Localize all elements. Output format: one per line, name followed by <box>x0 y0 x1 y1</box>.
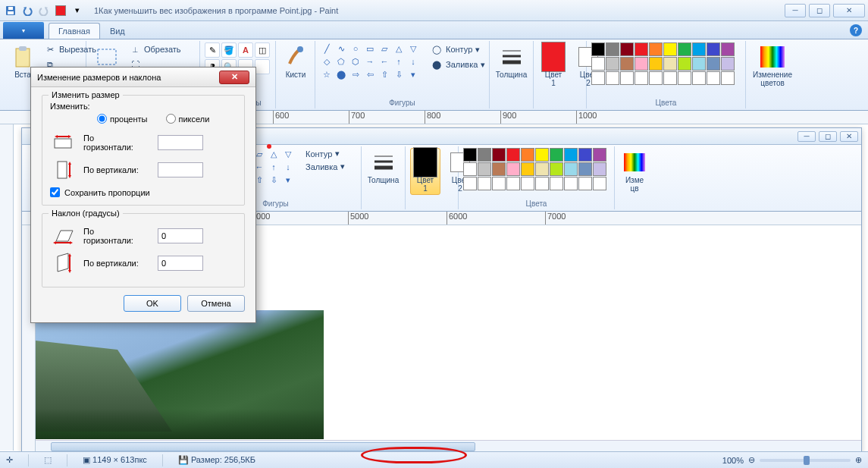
color-swatch[interactable] <box>535 148 549 162</box>
color-swatch-empty[interactable] <box>550 177 563 190</box>
color-swatch[interactable] <box>692 57 706 71</box>
color-swatch[interactable] <box>721 42 735 56</box>
qat-color-swatch[interactable] <box>53 3 68 18</box>
radio-pixels[interactable]: пиксели <box>166 114 210 124</box>
color-swatch-empty[interactable] <box>721 71 735 85</box>
color-swatch-empty[interactable] <box>678 71 691 85</box>
resize-vertical-input[interactable] <box>158 162 203 177</box>
color-swatch-empty[interactable] <box>478 177 491 190</box>
color-swatch[interactable] <box>678 42 691 56</box>
color-swatch[interactable] <box>620 57 634 71</box>
color-swatch[interactable] <box>492 148 506 162</box>
fill-button[interactable]: ⬤Заливка ▾ <box>428 58 488 71</box>
color-swatch[interactable] <box>721 57 735 71</box>
color-swatch[interactable] <box>620 42 634 56</box>
radio-percent[interactable]: проценты <box>97 114 148 124</box>
color-swatch-empty[interactable] <box>593 177 606 190</box>
zoom-in-button[interactable]: ⊕ <box>855 455 862 465</box>
zoom-slider[interactable] <box>760 459 851 462</box>
nested-color1-button[interactable]: Цвет 1 <box>410 148 440 195</box>
nested-edit-colors-button[interactable]: Изме цв <box>619 148 650 195</box>
color-swatch[interactable] <box>550 162 563 176</box>
color1-button[interactable]: Цвет 1 <box>538 42 569 90</box>
color-swatch-empty[interactable] <box>649 71 663 85</box>
color-swatch[interactable] <box>492 162 506 176</box>
color-swatch[interactable] <box>578 162 592 176</box>
edit-colors-button[interactable]: Изменение цветов <box>750 42 794 90</box>
nested-fill-button[interactable]: Заливка ▾ <box>302 161 348 172</box>
skew-vertical-input[interactable] <box>158 256 203 271</box>
close-button[interactable]: ✕ <box>833 4 865 17</box>
color-swatch-empty[interactable] <box>620 71 634 85</box>
tab-view[interactable]: Вид <box>100 23 135 39</box>
outline-button[interactable]: ◯Контур ▾ <box>428 42 488 56</box>
color-swatch-empty[interactable] <box>606 71 619 85</box>
brushes-button[interactable]: Кисти <box>280 42 311 81</box>
color-swatch[interactable] <box>550 148 563 162</box>
color-swatch-empty[interactable] <box>564 177 578 190</box>
color-swatch[interactable] <box>564 148 578 162</box>
color-swatch[interactable] <box>535 162 549 176</box>
color-swatch[interactable] <box>707 42 720 56</box>
color-swatch-empty[interactable] <box>463 177 477 190</box>
dialog-close-button[interactable]: ✕ <box>219 71 249 84</box>
color-swatch[interactable] <box>506 148 520 162</box>
color-swatch[interactable] <box>707 57 720 71</box>
zoom-out-button[interactable]: ⊖ <box>748 455 755 465</box>
color-swatch[interactable] <box>635 42 648 56</box>
color-swatch[interactable] <box>593 148 606 162</box>
color-swatch[interactable] <box>678 57 691 71</box>
undo-icon[interactable] <box>20 3 35 18</box>
color-swatch-empty[interactable] <box>663 71 677 85</box>
nested-minimize-button[interactable]: ─ <box>797 131 816 142</box>
color-swatch[interactable] <box>506 162 520 176</box>
color-swatch[interactable] <box>606 42 619 56</box>
skew-horizontal-input[interactable] <box>158 228 203 243</box>
ok-button[interactable]: OK <box>124 295 181 312</box>
canvas[interactable] <box>36 310 861 439</box>
color-swatch[interactable] <box>478 162 491 176</box>
keep-ratio-checkbox[interactable] <box>50 187 60 197</box>
color-swatch[interactable] <box>593 162 606 176</box>
file-menu-button[interactable]: ▾ <box>3 22 44 39</box>
text-tool[interactable]: A <box>238 42 253 58</box>
color-swatch[interactable] <box>578 148 592 162</box>
color-swatch[interactable] <box>663 57 677 71</box>
pencil-tool[interactable]: ✎ <box>205 42 220 58</box>
save-icon[interactable] <box>3 3 18 18</box>
nested-maximize-button[interactable]: ◻ <box>819 131 837 142</box>
color-swatch[interactable] <box>649 57 663 71</box>
color-swatch-empty[interactable] <box>635 71 648 85</box>
nested-outline-button[interactable]: Контур ▾ <box>302 148 348 159</box>
color-swatch[interactable] <box>591 42 605 56</box>
minimize-button[interactable]: ─ <box>785 4 806 17</box>
color-swatch[interactable] <box>521 162 534 176</box>
color-swatch[interactable] <box>478 148 491 162</box>
color-swatch-empty[interactable] <box>535 177 549 190</box>
redo-icon[interactable] <box>36 3 52 18</box>
scroll-thumb[interactable] <box>51 442 475 451</box>
color-swatch[interactable] <box>564 162 578 176</box>
crop-button[interactable]: ⟂Обрезать <box>126 42 184 56</box>
color-swatch-empty[interactable] <box>692 71 706 85</box>
color-swatch-empty[interactable] <box>707 71 720 85</box>
color-swatch-empty[interactable] <box>521 177 534 190</box>
nested-color-palette[interactable] <box>463 148 606 190</box>
maximize-button[interactable]: ◻ <box>809 4 830 17</box>
color-swatch-empty[interactable] <box>492 177 506 190</box>
nested-thickness-button[interactable]: Толщина <box>366 148 400 187</box>
fill-tool[interactable]: 🪣 <box>221 42 237 58</box>
thickness-button[interactable]: Толщина <box>494 42 528 81</box>
color-swatch[interactable] <box>606 57 619 71</box>
color-swatch[interactable] <box>635 57 648 71</box>
color-swatch[interactable] <box>663 42 677 56</box>
nested-close-button[interactable]: ✕ <box>840 131 858 142</box>
qat-dropdown-icon[interactable]: ▾ <box>70 3 85 18</box>
color-swatch[interactable] <box>692 42 706 56</box>
cancel-button[interactable]: Отмена <box>187 295 245 312</box>
color-swatch[interactable] <box>591 57 605 71</box>
eraser-tool[interactable]: ◫ <box>255 42 270 58</box>
color-palette[interactable] <box>591 42 735 85</box>
color-swatch-empty[interactable] <box>578 177 592 190</box>
color-swatch[interactable] <box>521 148 534 162</box>
